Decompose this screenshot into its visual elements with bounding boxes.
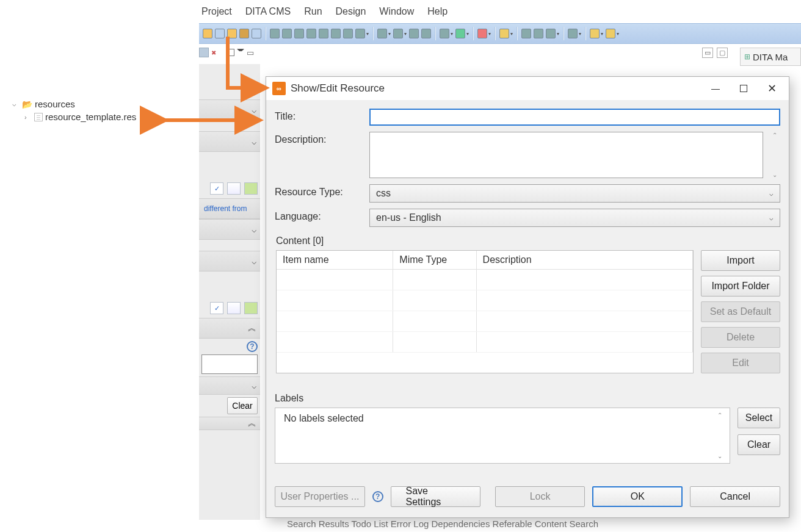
menu-window[interactable]: Window [377, 5, 416, 18]
toolbar-icon[interactable] [294, 29, 304, 38]
toolbar-icon[interactable] [343, 29, 353, 38]
save-settings-button[interactable]: Save Settings [391, 486, 480, 507]
toolbar-separator [585, 27, 586, 40]
menu-project[interactable]: Project [199, 5, 234, 18]
window-controls: — ✕ [707, 81, 780, 96]
close-icon[interactable]: ✕ [763, 81, 780, 96]
help-icon[interactable]: ? [247, 341, 258, 352]
dropdown-row[interactable]: ⌵ [199, 376, 260, 395]
spin-down-icon[interactable]: ⌄ [772, 171, 777, 178]
spin-up-icon[interactable]: ⌃ [717, 412, 727, 419]
toolbar-icon[interactable] [227, 29, 237, 38]
toolbar-icon[interactable] [252, 29, 261, 38]
toolbar-icon[interactable] [393, 29, 403, 38]
user-properties-button[interactable]: User Properties ... [275, 486, 365, 507]
title-input[interactable] [369, 109, 780, 126]
content-table[interactable]: Item name Mime Type Description [276, 250, 694, 373]
toolbar-icon[interactable] [546, 29, 556, 38]
section-collapse[interactable]: ⌵ [199, 251, 260, 271]
description-textarea[interactable] [369, 132, 763, 178]
chevron-right-icon[interactable]: › [24, 113, 32, 121]
toolbar-separator [516, 27, 518, 40]
toolbar-icon[interactable] [477, 29, 487, 38]
checkbox-checked-icon[interactable] [210, 302, 223, 314]
diff-link[interactable]: different from [201, 201, 247, 217]
toolbar-icon[interactable] [534, 29, 543, 38]
panel-icon[interactable] [227, 49, 234, 56]
menu-dita-cms[interactable]: DITA CMS [243, 5, 293, 18]
minimize-icon[interactable]: ▭ [247, 48, 254, 57]
language-select[interactable]: en-us - English ⌵ [369, 209, 780, 227]
import-button[interactable]: Import [701, 250, 780, 271]
minimize-icon[interactable]: ▭ [702, 48, 713, 58]
table-row[interactable] [277, 270, 693, 290]
minimize-icon[interactable]: — [707, 81, 724, 96]
checkbox-empty-icon[interactable] [227, 302, 241, 314]
delete-icon[interactable]: ✖ [211, 49, 216, 56]
col-mime-type: Mime Type [393, 251, 476, 270]
chevron-down-icon[interactable]: ⌵ [12, 100, 20, 108]
menu-run[interactable]: Run [302, 5, 324, 18]
dialog-footer: User Properties ... ? Save Settings Lock… [266, 484, 789, 517]
import-folder-button[interactable]: Import Folder [701, 276, 780, 297]
labels-box[interactable]: No labels selected ⌃ ⌄ [275, 408, 730, 464]
delete-button[interactable]: Delete [701, 327, 780, 348]
toolbar-icon[interactable] [203, 29, 212, 38]
panel-dropdown-icon[interactable] [237, 49, 244, 56]
forward-icon[interactable] [606, 29, 615, 38]
maximize-icon[interactable] [735, 81, 752, 96]
section-collapse[interactable]: ︽ [199, 417, 260, 430]
toolbar-icon[interactable] [377, 29, 387, 38]
spin-up-icon[interactable]: ⌃ [772, 132, 777, 138]
toolbar-icon[interactable] [331, 29, 341, 38]
toolbar-icon[interactable] [455, 29, 465, 38]
checkbox-checked-icon[interactable] [210, 182, 223, 195]
toolbar-icon[interactable] [440, 29, 449, 38]
edit-button[interactable]: Edit [701, 353, 780, 373]
clear-button[interactable]: Clear [227, 397, 258, 414]
menu-help[interactable]: Help [425, 5, 450, 18]
spin-down-icon[interactable]: ⌄ [717, 453, 727, 459]
toolbar-icon[interactable] [499, 29, 509, 38]
clear-labels-button[interactable]: Clear [738, 434, 780, 455]
menu-design[interactable]: Design [333, 5, 369, 18]
section-collapse[interactable]: ⌵ [199, 131, 260, 152]
set-default-button[interactable]: Set as Default [701, 301, 780, 322]
tree-file-resource-template[interactable]: › resource_template.res [24, 110, 136, 123]
resource-type-select[interactable]: css ⌵ [369, 184, 780, 203]
toolbar-icon[interactable] [306, 29, 316, 38]
save-icon[interactable] [199, 48, 209, 57]
ok-button[interactable]: OK [592, 486, 683, 507]
action-icon[interactable] [244, 182, 258, 195]
restore-icon[interactable]: ▢ [717, 48, 728, 58]
section-collapse[interactable]: ︽ [199, 318, 260, 339]
lock-button[interactable]: Lock [495, 486, 585, 507]
table-row[interactable] [277, 311, 693, 332]
text-field[interactable] [201, 354, 258, 374]
cancel-button[interactable]: Cancel [690, 486, 780, 507]
right-tab[interactable]: ⊞ DITA Ma [740, 48, 801, 66]
toolbar-icon[interactable] [355, 29, 365, 38]
view-controls: ▭ ▢ [702, 48, 728, 58]
app-icon: ∞ [272, 82, 286, 95]
toolbar-icon[interactable] [521, 29, 531, 38]
tree-folder-resources[interactable]: ⌵ 📂 resources [12, 98, 136, 110]
toolbar-icon[interactable] [282, 29, 292, 38]
table-row[interactable] [277, 290, 693, 311]
select-button[interactable]: Select [738, 408, 780, 428]
back-icon[interactable] [590, 29, 600, 38]
toolbar-icon[interactable] [270, 29, 280, 38]
section-collapse[interactable]: ⌵ [199, 99, 260, 120]
toolbar-icon[interactable] [409, 29, 419, 38]
toolbar-icon[interactable] [239, 29, 249, 38]
toolbar-icon[interactable] [421, 29, 431, 38]
action-icon[interactable] [244, 302, 258, 314]
checkbox-empty-icon[interactable] [227, 182, 241, 195]
toolbar-icon[interactable] [568, 29, 578, 38]
table-row[interactable] [277, 332, 693, 353]
toolbar-icon[interactable] [319, 29, 328, 38]
section-collapse[interactable]: ⌵ [199, 219, 260, 240]
help-icon[interactable]: ? [372, 491, 383, 502]
col-description: Description [476, 251, 692, 270]
toolbar-icon[interactable] [215, 29, 225, 38]
